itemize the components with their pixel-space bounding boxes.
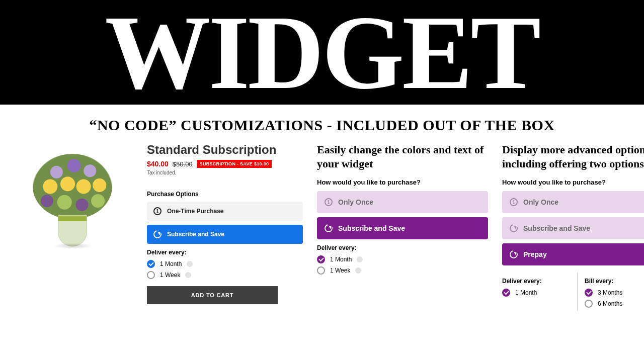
interval-label: 1 Month (330, 256, 352, 263)
subscribe-and-save-option[interactable]: Subscribe and Save (317, 217, 488, 239)
interval-label: 6 Months (598, 300, 622, 307)
cycle-icon (509, 250, 518, 259)
hero-banner: WIDGET (0, 0, 644, 105)
one-time-purchase-option[interactable]: 1 One-Time Purchase (147, 202, 303, 221)
only-once-option[interactable]: 1 Only Once (502, 191, 644, 213)
bill-every-label: Bill every: (585, 278, 644, 285)
product-image (12, 143, 133, 247)
help-icon[interactable] (185, 272, 191, 278)
one-time-icon: 1 (153, 207, 162, 216)
only-once-label: Only Once (338, 198, 373, 206)
hero-title: WIDGET (105, 0, 539, 105)
radio-unchecked-icon (585, 300, 593, 308)
interval-1-week[interactable]: 1 Week (317, 266, 488, 275)
compare-at-price: $50.00 (173, 160, 193, 168)
one-time-icon: 1 (509, 198, 518, 207)
advanced-variant-column: Display more advanced options, including… (502, 143, 644, 311)
prepay-option[interactable]: Prepay (502, 243, 644, 265)
bouquet-illustration (33, 154, 112, 219)
color-variant-column: Easily change the colors and text of you… (317, 143, 488, 278)
purchase-options-label: Purchase Options (147, 191, 303, 198)
purchase-prompt: How would you like to purchase? (317, 178, 488, 186)
deliver-every-label: Deliver every: (502, 278, 570, 285)
price: $40.00 (147, 160, 169, 168)
only-once-label: Only Once (523, 198, 558, 206)
subscription-discount-badge: SUBSCRIPTION - SAVE $10.00 (197, 160, 272, 168)
subscribe-and-save-option[interactable]: Subscribe and Save (502, 217, 644, 239)
subscribe-label: Subscribe and Save (338, 224, 405, 232)
deliver-interval-1-month[interactable]: 1 Month (502, 289, 570, 297)
radio-checked-icon (147, 260, 155, 268)
interval-label: 3 Months (598, 289, 622, 296)
interval-1-month[interactable]: 1 Month (317, 255, 488, 263)
purchase-prompt: How would you like to purchase? (502, 178, 644, 186)
interval-label: 1 Week (330, 267, 350, 274)
add-to-cart-button[interactable]: ADD TO CART (147, 286, 278, 304)
help-icon[interactable] (187, 261, 193, 267)
help-icon[interactable] (357, 256, 363, 262)
radio-unchecked-icon (147, 271, 155, 279)
radio-unchecked-icon (317, 266, 325, 275)
default-widget-column: Standard Subscription $40.00 $50.00 SUBS… (147, 143, 303, 304)
bill-interval-6-months[interactable]: 6 Months (585, 300, 644, 308)
advanced-variant-heading: Display more advanced options, including… (502, 143, 644, 170)
subscribe-label: Subscribe and Save (167, 231, 224, 238)
bill-interval-3-months[interactable]: 3 Months (585, 289, 644, 297)
subscribe-label: Subscribe and Save (523, 224, 590, 232)
one-time-label: One-Time Purchase (167, 208, 224, 215)
product-title: Standard Subscription (147, 143, 303, 157)
cycle-icon (153, 230, 162, 239)
radio-checked-icon (585, 289, 593, 297)
one-time-icon: 1 (324, 198, 333, 207)
deliver-every-label: Deliver every: (317, 244, 488, 251)
only-once-option[interactable]: 1 Only Once (317, 191, 488, 213)
prepay-label: Prepay (523, 250, 547, 258)
color-variant-heading: Easily change the colors and text of you… (317, 143, 488, 170)
subscribe-and-save-option[interactable]: Subscribe and Save (147, 225, 303, 244)
help-icon[interactable] (355, 267, 361, 274)
vase-illustration (58, 215, 87, 246)
interval-label: 1 Week (160, 272, 180, 279)
interval-1-week[interactable]: 1 Week (147, 271, 303, 279)
interval-label: 1 Month (515, 289, 537, 296)
deliver-every-label: Deliver every: (147, 249, 303, 256)
tax-note: Tax included. (147, 170, 303, 175)
radio-checked-icon (502, 289, 510, 297)
interval-1-month[interactable]: 1 Month (147, 260, 303, 268)
cycle-icon (324, 224, 333, 233)
interval-label: 1 Month (160, 260, 182, 267)
radio-checked-icon (317, 255, 325, 263)
cycle-icon (509, 224, 518, 233)
